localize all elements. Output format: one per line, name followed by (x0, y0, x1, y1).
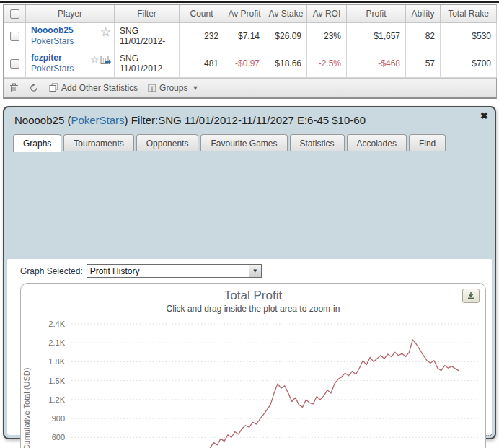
player-detail-popup: ✖ Noooob25 (PokerStars) Filter:SNG 11/01… (3, 106, 496, 439)
groups-label: Groups (159, 83, 187, 93)
groups-icon (148, 84, 156, 92)
popup-title-player: Noooob25 ( (14, 114, 71, 126)
tab-find[interactable]: Find (409, 134, 446, 151)
av-roi-cell: 23% (307, 22, 347, 50)
graph-selected-label: Graph Selected: (20, 266, 83, 276)
svg-text:2.4K: 2.4K (48, 320, 65, 328)
svg-text:1.2K: 1.2K (48, 395, 65, 404)
refresh-icon (29, 83, 39, 93)
row-checkbox[interactable] (10, 32, 19, 41)
table-row[interactable]: fczpiter PokerStars ☆ SNG 11/01/2012- 48… (4, 50, 497, 77)
tab-statistics[interactable]: Statistics (290, 134, 345, 151)
player-cell: Noooob25 PokerStars ☆ (26, 22, 115, 50)
count-cell: 481 (180, 50, 224, 77)
av-roi-cell: -2.5% (307, 50, 347, 77)
groups-caret-icon: ▼ (192, 84, 198, 92)
select-all-checkbox[interactable] (10, 9, 19, 19)
popup-title-site: PokerStars (71, 114, 124, 126)
col-header-av-stake[interactable]: Av Stake (265, 5, 307, 22)
table-row[interactable]: Noooob25 PokerStars ☆ SNG 11/01/2012- 23… (4, 22, 497, 50)
results-grid: Player Filter Count Av Profit Av Stake A… (3, 4, 497, 99)
chevron-down-icon[interactable]: ▼ (249, 265, 261, 277)
col-header-count[interactable]: Count (180, 5, 224, 22)
graph-type-select[interactable]: Profit History ▼ (87, 264, 262, 278)
tab-favourite-games[interactable]: Favourite Games (200, 134, 287, 151)
row-select-cell (4, 50, 26, 77)
col-header-player[interactable]: Player (26, 5, 115, 22)
player-stats-table: Player Filter Count Av Profit Av Stake A… (4, 5, 497, 78)
favourite-star-icon[interactable]: ☆ (90, 55, 99, 65)
trash-icon (9, 83, 19, 93)
graph-type-value: Profit History (87, 266, 249, 276)
svg-text:Cumulative Total (USD): Cumulative Total (USD) (22, 368, 31, 448)
svg-text:900: 900 (52, 414, 65, 423)
popup-title-filter: ) Filter:SNG 11/01/2012-11/11/2027 E:6-4… (125, 114, 366, 126)
profit-cell: $1,657 (347, 22, 406, 50)
player-site-link[interactable]: PokerStars (31, 36, 109, 47)
favourite-star-icon[interactable]: ☆ (100, 27, 111, 38)
tab-tournaments[interactable]: Tournaments (63, 134, 133, 151)
av-stake-cell: $18.66 (265, 50, 307, 77)
svg-text:600: 600 (52, 433, 65, 442)
ability-cell: 57 (406, 50, 441, 77)
player-name-link[interactable]: Noooob25 (31, 25, 109, 36)
chart-title: Total Profit (21, 289, 485, 303)
row-select-cell (4, 22, 26, 50)
svg-text:1.8K: 1.8K (48, 357, 65, 366)
count-cell: 232 (180, 22, 224, 50)
close-icon[interactable]: ✖ (480, 111, 488, 121)
graphs-tab-content: Graph Selected: Profit History ▼ Total P… (7, 259, 492, 435)
filter-cell: SNG 11/01/2012- (115, 50, 180, 77)
col-header-av-roi[interactable]: Av ROI (307, 5, 347, 22)
delete-button[interactable] (9, 83, 19, 93)
tab-graphs[interactable]: Graphs (13, 134, 61, 152)
grid-toolbar: Add Other Statistics Groups ▼ (4, 78, 496, 97)
av-profit-cell: -$0.97 (224, 50, 265, 77)
svg-text:2.1K: 2.1K (48, 338, 65, 347)
window-top-border (0, 1, 499, 3)
table-header-row: Player Filter Count Av Profit Av Stake A… (4, 5, 497, 22)
profit-cell: -$468 (347, 50, 406, 77)
add-other-statistics-label: Add Other Statistics (61, 83, 138, 93)
filter-cell: SNG 11/01/2012- (115, 22, 180, 50)
tab-accolades[interactable]: Accolades (347, 134, 407, 151)
row-checkbox[interactable] (10, 59, 19, 69)
av-profit-cell: $7.14 (224, 22, 265, 50)
add-other-statistics-button[interactable]: Add Other Statistics (49, 83, 138, 93)
ability-cell: 82 (406, 22, 441, 50)
download-chart-button[interactable] (462, 289, 480, 303)
col-header-ability[interactable]: Ability (406, 5, 441, 22)
total-rake-cell: $700 (441, 50, 497, 77)
download-icon (467, 291, 475, 300)
total-rake-cell: $530 (441, 22, 497, 50)
popup-title: Noooob25 (PokerStars) Filter:SNG 11/01/2… (4, 107, 495, 131)
refresh-button[interactable] (29, 83, 39, 93)
groups-button[interactable]: Groups ▼ (148, 83, 198, 93)
av-stake-cell: $26.09 (265, 22, 307, 50)
copy-icon (49, 83, 58, 92)
col-header-total-rake[interactable]: Total Rake (441, 5, 497, 22)
col-header-av-profit[interactable]: Av Profit (224, 5, 265, 22)
profit-chart-panel: Total Profit Click and drag inside the p… (20, 283, 486, 448)
col-header-profit[interactable]: Profit (347, 5, 406, 22)
col-header-filter[interactable]: Filter (115, 5, 180, 22)
tab-opponents[interactable]: Opponents (136, 134, 199, 151)
table-export-icon[interactable] (100, 55, 111, 66)
popup-tabs: Graphs Tournaments Opponents Favourite G… (13, 134, 495, 151)
player-cell: fczpiter PokerStars ☆ (26, 50, 115, 77)
svg-text:1.5K: 1.5K (48, 377, 65, 385)
chart-subtitle: Click and drag inside the plot area to z… (21, 304, 485, 314)
profit-chart-plot-area[interactable]: -30003006009001.2K1.5K1.8K2.1K2.4K050100… (21, 314, 485, 448)
select-all-cell (4, 5, 26, 22)
